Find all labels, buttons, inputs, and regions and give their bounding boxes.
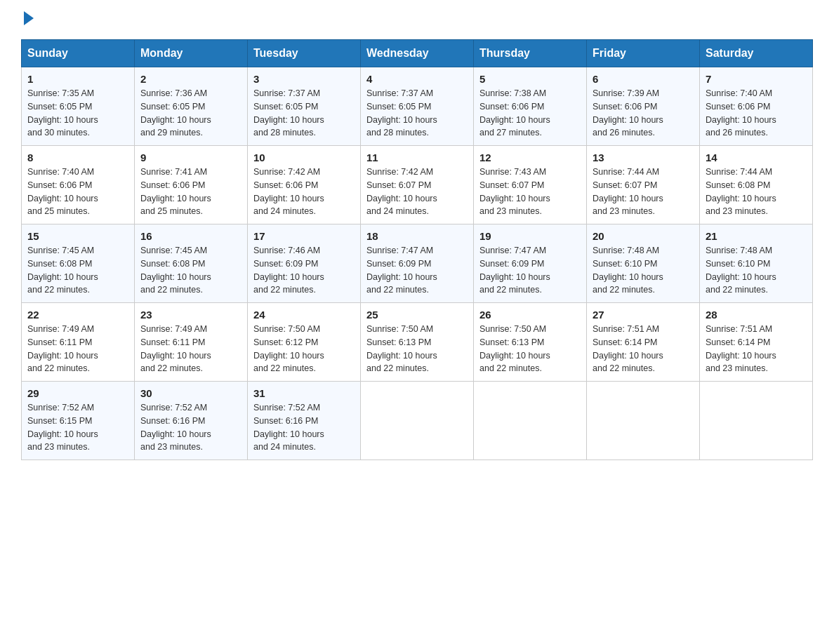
weekday-header-row: SundayMondayTuesdayWednesdayThursdayFrid… [22,40,813,67]
day-number: 3 [253,73,355,85]
calendar-cell: 9Sunrise: 7:41 AMSunset: 6:06 PMDaylight… [135,146,248,224]
day-number: 1 [27,73,128,85]
day-info: Sunrise: 7:50 AMSunset: 6:12 PMDaylight:… [253,323,355,375]
day-number: 9 [140,152,241,163]
day-info: Sunrise: 7:48 AMSunset: 6:10 PMDaylight:… [706,244,807,297]
day-number: 14 [706,152,807,163]
day-number: 16 [140,230,241,242]
day-info: Sunrise: 7:40 AMSunset: 6:06 PMDaylight:… [706,87,807,140]
day-number: 20 [593,230,694,242]
day-number: 21 [706,230,807,242]
day-info: Sunrise: 7:37 AMSunset: 6:05 PMDaylight:… [253,87,355,140]
calendar-cell: 15Sunrise: 7:45 AMSunset: 6:08 PMDayligh… [22,224,135,303]
day-number: 29 [27,387,128,399]
day-info: Sunrise: 7:52 AMSunset: 6:16 PMDaylight:… [140,401,241,454]
day-info: Sunrise: 7:52 AMSunset: 6:15 PMDaylight:… [27,401,128,454]
calendar-cell: 23Sunrise: 7:49 AMSunset: 6:11 PMDayligh… [135,303,248,382]
calendar-cell: 12Sunrise: 7:43 AMSunset: 6:07 PMDayligh… [474,146,587,224]
calendar-cell [700,382,813,460]
day-info: Sunrise: 7:51 AMSunset: 6:14 PMDaylight:… [593,323,694,375]
day-number: 30 [140,387,241,399]
header-saturday: Saturday [700,40,813,67]
day-info: Sunrise: 7:52 AMSunset: 6:16 PMDaylight:… [253,401,355,454]
day-info: Sunrise: 7:40 AMSunset: 6:06 PMDaylight:… [27,166,128,218]
calendar-table: SundayMondayTuesdayWednesdayThursdayFrid… [21,39,813,460]
day-info: Sunrise: 7:37 AMSunset: 6:05 PMDaylight:… [366,87,468,140]
day-info: Sunrise: 7:42 AMSunset: 6:07 PMDaylight:… [366,166,468,218]
day-number: 12 [479,152,581,163]
calendar-cell: 27Sunrise: 7:51 AMSunset: 6:14 PMDayligh… [587,303,700,382]
day-info: Sunrise: 7:44 AMSunset: 6:07 PMDaylight:… [593,166,694,218]
day-info: Sunrise: 7:48 AMSunset: 6:10 PMDaylight:… [593,244,694,297]
calendar-cell: 7Sunrise: 7:40 AMSunset: 6:06 PMDaylight… [700,67,813,146]
header-sunday: Sunday [22,40,135,67]
day-number: 2 [140,73,241,85]
header-monday: Monday [135,40,248,67]
day-info: Sunrise: 7:38 AMSunset: 6:06 PMDaylight:… [479,87,581,140]
week-row-3: 15Sunrise: 7:45 AMSunset: 6:08 PMDayligh… [22,224,813,303]
day-info: Sunrise: 7:49 AMSunset: 6:11 PMDaylight:… [27,323,128,375]
day-info: Sunrise: 7:45 AMSunset: 6:08 PMDaylight:… [140,244,241,297]
calendar-cell: 6Sunrise: 7:39 AMSunset: 6:06 PMDaylight… [587,67,700,146]
calendar-cell: 14Sunrise: 7:44 AMSunset: 6:08 PMDayligh… [700,146,813,224]
day-number: 8 [27,152,128,163]
day-info: Sunrise: 7:42 AMSunset: 6:06 PMDaylight:… [253,166,355,218]
day-number: 23 [140,309,241,321]
day-info: Sunrise: 7:35 AMSunset: 6:05 PMDaylight:… [27,87,128,140]
day-info: Sunrise: 7:49 AMSunset: 6:11 PMDaylight:… [140,323,241,375]
calendar-cell: 19Sunrise: 7:47 AMSunset: 6:09 PMDayligh… [474,224,587,303]
day-info: Sunrise: 7:36 AMSunset: 6:05 PMDaylight:… [140,87,241,140]
calendar-cell: 24Sunrise: 7:50 AMSunset: 6:12 PMDayligh… [248,303,361,382]
day-number: 10 [253,152,355,163]
day-number: 5 [479,73,581,85]
day-number: 26 [479,309,581,321]
logo [21,14,34,25]
day-number: 27 [593,309,694,321]
day-info: Sunrise: 7:44 AMSunset: 6:08 PMDaylight:… [706,166,807,218]
day-number: 13 [593,152,694,163]
week-row-2: 8Sunrise: 7:40 AMSunset: 6:06 PMDaylight… [22,146,813,224]
calendar-cell: 22Sunrise: 7:49 AMSunset: 6:11 PMDayligh… [22,303,135,382]
week-row-1: 1Sunrise: 7:35 AMSunset: 6:05 PMDaylight… [22,67,813,146]
week-row-4: 22Sunrise: 7:49 AMSunset: 6:11 PMDayligh… [22,303,813,382]
header-wednesday: Wednesday [361,40,474,67]
calendar-cell: 4Sunrise: 7:37 AMSunset: 6:05 PMDaylight… [361,67,474,146]
calendar-cell: 29Sunrise: 7:52 AMSunset: 6:15 PMDayligh… [22,382,135,460]
calendar-cell: 8Sunrise: 7:40 AMSunset: 6:06 PMDaylight… [22,146,135,224]
day-number: 31 [253,387,355,399]
calendar-cell: 25Sunrise: 7:50 AMSunset: 6:13 PMDayligh… [361,303,474,382]
page-header [21,14,813,25]
logo-arrow-icon [24,11,34,25]
calendar-cell: 31Sunrise: 7:52 AMSunset: 6:16 PMDayligh… [248,382,361,460]
calendar-cell: 3Sunrise: 7:37 AMSunset: 6:05 PMDaylight… [248,67,361,146]
day-info: Sunrise: 7:45 AMSunset: 6:08 PMDaylight:… [27,244,128,297]
day-info: Sunrise: 7:41 AMSunset: 6:06 PMDaylight:… [140,166,241,218]
day-number: 22 [27,309,128,321]
day-info: Sunrise: 7:50 AMSunset: 6:13 PMDaylight:… [479,323,581,375]
day-info: Sunrise: 7:47 AMSunset: 6:09 PMDaylight:… [479,244,581,297]
header-friday: Friday [587,40,700,67]
day-info: Sunrise: 7:43 AMSunset: 6:07 PMDaylight:… [479,166,581,218]
header-tuesday: Tuesday [248,40,361,67]
week-row-5: 29Sunrise: 7:52 AMSunset: 6:15 PMDayligh… [22,382,813,460]
day-info: Sunrise: 7:51 AMSunset: 6:14 PMDaylight:… [706,323,807,375]
day-number: 25 [366,309,468,321]
calendar-cell [361,382,474,460]
calendar-cell: 28Sunrise: 7:51 AMSunset: 6:14 PMDayligh… [700,303,813,382]
day-number: 24 [253,309,355,321]
day-number: 4 [366,73,468,85]
day-number: 15 [27,230,128,242]
calendar-cell: 18Sunrise: 7:47 AMSunset: 6:09 PMDayligh… [361,224,474,303]
calendar-cell [474,382,587,460]
day-number: 6 [593,73,694,85]
calendar-cell: 13Sunrise: 7:44 AMSunset: 6:07 PMDayligh… [587,146,700,224]
calendar-cell: 17Sunrise: 7:46 AMSunset: 6:09 PMDayligh… [248,224,361,303]
calendar-cell: 11Sunrise: 7:42 AMSunset: 6:07 PMDayligh… [361,146,474,224]
calendar-cell: 5Sunrise: 7:38 AMSunset: 6:06 PMDaylight… [474,67,587,146]
day-number: 18 [366,230,468,242]
calendar-cell: 30Sunrise: 7:52 AMSunset: 6:16 PMDayligh… [135,382,248,460]
day-number: 17 [253,230,355,242]
day-number: 11 [366,152,468,163]
calendar-cell: 2Sunrise: 7:36 AMSunset: 6:05 PMDaylight… [135,67,248,146]
header-thursday: Thursday [474,40,587,67]
